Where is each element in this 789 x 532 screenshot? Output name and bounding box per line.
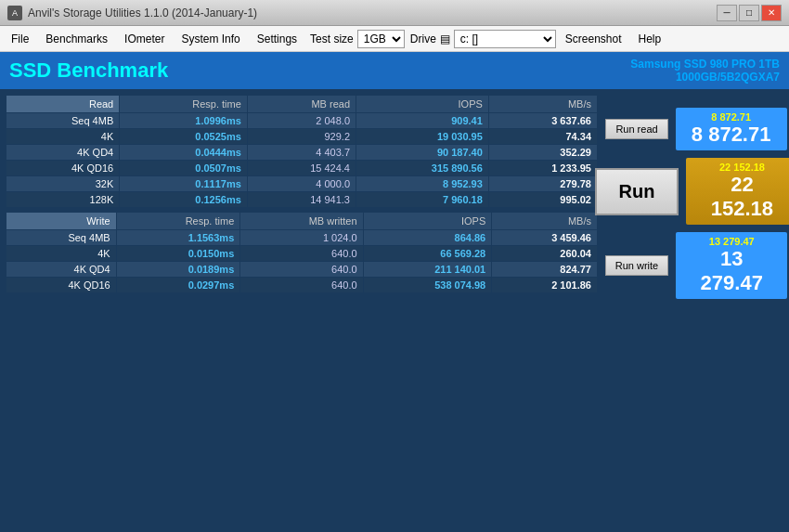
read-cell-2-3: 90 187.40 (356, 145, 489, 161)
read-cell-1-2: 929.2 (247, 129, 356, 145)
main-score-top: 22 152.18 (697, 162, 786, 173)
right-panel: Run read 8 872.71 8 872.71 Run 22 152.18… (603, 89, 789, 532)
close-button[interactable]: ✕ (761, 5, 782, 21)
write-table-row: 4K QD40.0189ms640.0211 140.01824.77 (6, 262, 598, 278)
main-area: SSD Benchmark Samsung SSD 980 PRO 1TB 10… (0, 52, 789, 532)
read-score-main: 8 872.71 (687, 123, 776, 147)
read-table: Read Resp. time MB read IOPS MB/s Seq 4M… (6, 95, 598, 208)
menu-system-info[interactable]: System Info (174, 30, 247, 48)
read-cell-4-4: 279.78 (488, 176, 597, 192)
test-size-group: Test size 1GB (310, 30, 405, 48)
main-score-main: 22 152.18 (697, 173, 786, 221)
write-cell-2-4: 824.77 (492, 262, 598, 278)
mbs-read-col-header: MB/s (488, 96, 597, 113)
menu-settings[interactable]: Settings (250, 30, 304, 48)
run-read-container: Run read 8 872.71 8 872.71 (605, 108, 786, 150)
mb-read-col-header: MB read (247, 96, 356, 113)
drive-id: 1000GB/5B2QGXA7 (630, 71, 780, 84)
test-size-select[interactable]: 1GB (357, 30, 405, 48)
maximize-button[interactable]: □ (739, 5, 759, 21)
menu-iometer[interactable]: IOmeter (117, 30, 172, 48)
read-score-group: Run read 8 872.71 8 872.71 (605, 108, 786, 150)
write-cell-2-3: 211 140.01 (363, 262, 492, 278)
write-score-box: 13 279.47 13 279.47 (676, 232, 787, 299)
run-main-container: Run 22 152.18 22 152.18 (595, 158, 789, 225)
main-score-box: 22 152.18 22 152.18 (686, 158, 789, 225)
read-cell-4-0: 32K (6, 176, 120, 192)
read-cell-1-4: 74.34 (488, 129, 597, 145)
window-title: Anvil's Storage Utilities 1.1.0 (2014-Ja… (28, 6, 717, 19)
read-cell-0-4: 3 637.66 (488, 113, 597, 129)
read-cell-1-1: 0.0525ms (120, 129, 248, 145)
drive-name: Samsung SSD 980 PRO 1TB (630, 58, 780, 71)
write-table-row: 4K0.0150ms640.066 569.28260.04 (6, 246, 598, 262)
read-cell-3-0: 4K QD16 (6, 161, 120, 176)
run-read-button[interactable]: Run read (605, 119, 667, 139)
write-table-row: Seq 4MB1.1563ms1 024.0864.863 459.46 (6, 230, 598, 246)
read-score-top: 8 872.71 (687, 111, 776, 123)
read-cell-0-2: 2 048.0 (247, 113, 356, 129)
write-cell-3-0: 4K QD16 (6, 278, 117, 293)
minimize-button[interactable]: ─ (717, 5, 737, 21)
read-table-row: 4K QD40.0444ms4 403.790 187.40352.29 (6, 145, 598, 161)
read-cell-2-2: 4 403.7 (247, 145, 356, 161)
write-cell-2-1: 0.0189ms (116, 262, 240, 278)
write-cell-1-0: 4K (6, 246, 117, 262)
write-table-row: 4K QD160.0297ms640.0538 074.982 101.86 (6, 278, 598, 293)
ssd-header: SSD Benchmark Samsung SSD 980 PRO 1TB 10… (0, 52, 789, 89)
iops-read-col-header: IOPS (356, 96, 489, 113)
menu-file[interactable]: File (4, 30, 36, 48)
write-cell-3-4: 2 101.86 (492, 278, 598, 293)
resp-time-col-header: Resp. time (120, 96, 248, 113)
write-cell-3-2: 640.0 (240, 278, 363, 293)
drive-info-top: Samsung SSD 980 PRO 1TB 1000GB/5B2QGXA7 (630, 58, 780, 84)
benchmark-area: Read Resp. time MB read IOPS MB/s Seq 4M… (0, 89, 603, 532)
write-cell-0-4: 3 459.46 (492, 230, 598, 246)
read-cell-5-0: 128K (6, 192, 120, 208)
read-col-header: Read (6, 96, 120, 113)
drive-select[interactable]: c: [] (454, 30, 556, 48)
write-cell-3-3: 538 074.98 (363, 278, 492, 293)
read-cell-4-3: 8 952.93 (356, 176, 489, 192)
resp-time-write-col-header: Resp. time (116, 213, 240, 230)
read-cell-5-2: 14 941.3 (247, 192, 356, 208)
read-cell-0-1: 1.0996ms (120, 113, 248, 129)
write-table: Write Resp. time MB written IOPS MB/s Se… (6, 212, 598, 293)
write-cell-2-0: 4K QD4 (6, 262, 117, 278)
menu-bar: File Benchmarks IOmeter System Info Sett… (0, 26, 789, 52)
write-cell-1-2: 640.0 (240, 246, 363, 262)
write-score-main: 13 279.47 (687, 247, 776, 295)
run-write-container: Run write 13 279.47 13 279.47 (605, 232, 787, 299)
drive-icon: ▤ (440, 32, 450, 45)
test-size-label: Test size (310, 32, 354, 45)
read-cell-3-2: 15 424.4 (247, 161, 356, 176)
ssd-title: SSD Benchmark (9, 58, 168, 83)
menu-benchmarks[interactable]: Benchmarks (38, 30, 115, 48)
mb-written-col-header: MB written (240, 213, 363, 230)
read-cell-0-3: 909.41 (356, 113, 489, 129)
read-cell-2-4: 352.29 (488, 145, 597, 161)
main-score-group: Run 22 152.18 22 152.18 (595, 158, 789, 225)
read-table-row: 128K0.1256ms14 941.37 960.18995.02 (6, 192, 598, 208)
read-cell-3-1: 0.0507ms (120, 161, 248, 176)
run-write-button[interactable]: Run write (605, 255, 668, 276)
read-score-box: 8 872.71 8 872.71 (676, 108, 787, 150)
title-bar: A Anvil's Storage Utilities 1.1.0 (2014-… (0, 0, 789, 26)
menu-screenshot[interactable]: Screenshot (558, 30, 629, 48)
read-table-row: Seq 4MB1.0996ms2 048.0909.413 637.66 (6, 113, 598, 129)
write-cell-1-3: 66 569.28 (363, 246, 492, 262)
write-cell-3-1: 0.0297ms (116, 278, 240, 293)
window-controls: ─ □ ✕ (717, 5, 782, 21)
write-cell-0-2: 1 024.0 (240, 230, 363, 246)
run-main-button[interactable]: Run (595, 168, 679, 215)
write-cell-0-3: 864.86 (363, 230, 492, 246)
drive-group: Drive ▤ c: [] (410, 30, 556, 48)
mbs-write-col-header: MB/s (492, 213, 598, 230)
read-cell-0-0: Seq 4MB (6, 113, 120, 129)
write-cell-1-1: 0.0150ms (116, 246, 240, 262)
read-cell-4-1: 0.1117ms (120, 176, 248, 192)
menu-help[interactable]: Help (631, 30, 669, 48)
read-cell-4-2: 4 000.0 (247, 176, 356, 192)
read-cell-3-3: 315 890.56 (356, 161, 489, 176)
read-cell-5-1: 0.1256ms (120, 192, 248, 208)
